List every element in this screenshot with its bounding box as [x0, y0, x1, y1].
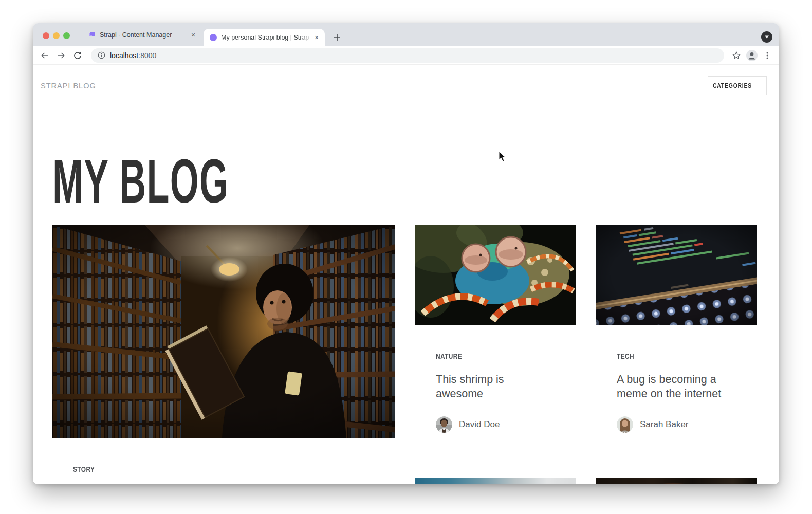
author-avatar: [436, 416, 452, 433]
profile-button[interactable]: [745, 48, 759, 63]
tab-my-personal-strapi-blog[interactable]: My personal Strapi blog | Strap ×: [204, 29, 325, 46]
bookmark-button[interactable]: [729, 48, 744, 63]
browser-menu-button[interactable]: [760, 48, 774, 63]
article-title[interactable]: This shrimp is awesome: [436, 372, 546, 401]
blog-page: STRAPI BLOG CATEGORIES MY BLOG: [33, 65, 779, 484]
categories-button[interactable]: CATEGORIES: [708, 76, 767, 95]
article-category: STORY: [73, 465, 395, 474]
reload-button[interactable]: [70, 48, 84, 62]
article-image-food-partial[interactable]: [596, 478, 757, 484]
address-bar[interactable]: localhost:8000: [91, 48, 724, 63]
close-window-button[interactable]: [43, 32, 49, 39]
zoom-window-button[interactable]: [63, 32, 70, 39]
url-host: localhost: [110, 51, 138, 60]
article-category: NATURE: [436, 352, 576, 361]
tab-close-icon[interactable]: ×: [312, 33, 321, 42]
divider: [436, 410, 487, 410]
page-info-icon: [98, 51, 105, 59]
article-card-story[interactable]: STORY: [52, 225, 395, 474]
plus-icon: [334, 34, 341, 41]
tab-title: My personal Strapi blog | Strap: [221, 34, 312, 41]
new-tab-button[interactable]: [330, 30, 344, 45]
article-image-library[interactable]: [52, 225, 395, 438]
article-author: Sarah Baker: [617, 416, 757, 433]
article-card-tech[interactable]: TECH A bug is becoming a meme on the int…: [596, 225, 757, 433]
author-name: David Doe: [459, 419, 500, 430]
article-author: David Doe: [436, 416, 576, 433]
mantis-shrimp-illustration: [415, 225, 576, 325]
user-avatar-icon: [746, 49, 758, 62]
categories-button-label: CATEGORIES: [713, 82, 752, 89]
chevron-down-icon: [764, 35, 769, 39]
url-text: localhost:8000: [110, 51, 156, 60]
url-port: :8000: [138, 51, 156, 60]
downloads-button[interactable]: [761, 31, 772, 43]
article-image-sea-partial[interactable]: [415, 478, 576, 484]
divider: [617, 410, 668, 410]
browser-window: Strapi - Content Manager × My personal S…: [33, 23, 779, 484]
tab-title: Strapi - Content Manager: [100, 31, 189, 39]
tab-strip: Strapi - Content Manager × My personal S…: [33, 23, 779, 46]
desktop: Strapi - Content Manager × My personal S…: [0, 0, 812, 514]
article-category: TECH: [617, 352, 757, 361]
reload-icon: [73, 51, 82, 60]
traffic-lights: [43, 32, 70, 39]
article-image-shrimp[interactable]: [415, 225, 576, 325]
article-image-laptop[interactable]: [596, 225, 757, 325]
site-brand[interactable]: STRAPI BLOG: [41, 82, 96, 90]
back-arrow-icon: [40, 51, 49, 60]
library-photo-illustration: [52, 225, 395, 438]
mouse-cursor: [499, 151, 507, 162]
tab-close-icon[interactable]: ×: [189, 31, 197, 39]
minimize-window-button[interactable]: [53, 32, 60, 39]
article-card-nature[interactable]: NATURE This shrimp is awesome: [415, 225, 576, 433]
kebab-menu-icon: [763, 51, 771, 60]
page-title: MY BLOG: [52, 150, 346, 212]
laptop-code-illustration: [596, 225, 757, 325]
blog-favicon-icon: [210, 34, 217, 41]
strapi-logo-icon: [88, 31, 96, 39]
star-icon: [732, 51, 741, 60]
browser-toolbar: localhost:8000: [33, 46, 779, 65]
article-title[interactable]: A bug is becoming a meme on the internet: [617, 372, 727, 401]
author-avatar: [617, 416, 633, 433]
back-button[interactable]: [38, 48, 51, 62]
tab-strapi-content-manager[interactable]: Strapi - Content Manager ×: [82, 23, 201, 46]
author-name: Sarah Baker: [640, 419, 689, 430]
forward-arrow-icon: [57, 51, 66, 60]
forward-button[interactable]: [54, 48, 68, 62]
